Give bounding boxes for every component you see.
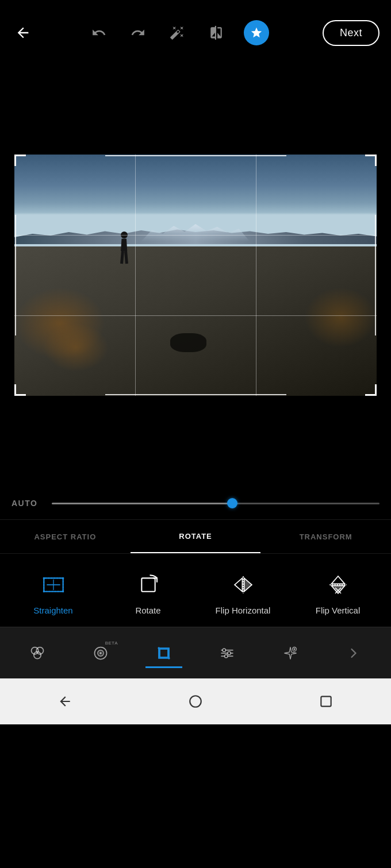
tool-straighten[interactable]: Straighten — [13, 571, 94, 615]
image-area — [0, 65, 391, 485]
svg-marker-9 — [235, 578, 242, 591]
tab-rotate[interactable]: ROTATE — [131, 520, 261, 553]
bottom-nav: BETA — [0, 627, 391, 678]
flip-vertical-icon — [324, 571, 352, 599]
crop-corner-br[interactable] — [365, 384, 377, 396]
toolbar-left — [12, 21, 34, 44]
crop-icon — [155, 644, 173, 662]
slider-fill — [52, 503, 232, 504]
nav-heal[interactable] — [272, 638, 309, 668]
tab-aspect-ratio[interactable]: ASPECT RATIO — [0, 520, 131, 553]
nav-filters[interactable] — [19, 638, 56, 668]
crop-edge-left[interactable] — [15, 215, 16, 335]
slider-label: AUTO — [12, 499, 40, 508]
magic-wand-button[interactable] — [166, 21, 189, 44]
filters-icon — [28, 644, 47, 662]
system-recents-button[interactable] — [319, 694, 334, 709]
svg-rect-23 — [160, 649, 168, 657]
svg-point-29 — [225, 654, 228, 657]
crop-edge-bottom[interactable] — [105, 394, 286, 395]
tool-flip-vertical[interactable]: Flip Vertical — [298, 571, 378, 615]
undo-button[interactable] — [87, 21, 110, 44]
compare-button[interactable] — [205, 21, 228, 44]
crop-frame — [14, 155, 377, 396]
adjustments-icon — [218, 644, 236, 662]
toolbar-center — [87, 20, 269, 45]
flip-vertical-label: Flip Vertical — [316, 605, 361, 615]
nav-more[interactable] — [335, 638, 372, 668]
person-silhouette — [120, 232, 129, 263]
nav-crop[interactable] — [145, 638, 182, 668]
nav-selective[interactable]: BETA — [82, 638, 119, 668]
selective-icon — [91, 644, 110, 662]
crop-corner-bl[interactable] — [14, 384, 26, 396]
crop-corner-tl[interactable] — [14, 155, 26, 166]
svg-rect-8 — [141, 578, 155, 591]
system-home-button[interactable] — [188, 694, 203, 709]
flip-horizontal-label: Flip Horizontal — [216, 605, 271, 615]
svg-rect-34 — [321, 696, 331, 706]
slider-area: AUTO — [0, 485, 391, 519]
next-button[interactable]: Next — [323, 20, 379, 46]
photo — [14, 155, 377, 396]
svg-point-28 — [228, 651, 231, 654]
slider-thumb[interactable] — [227, 498, 237, 508]
beta-badge: BETA — [105, 641, 118, 646]
chevron-right-icon — [344, 644, 363, 662]
toolbar-right: Next — [323, 20, 379, 46]
heal-icon — [281, 644, 300, 662]
rotate-icon — [135, 571, 162, 599]
back-button[interactable] — [12, 21, 34, 44]
system-nav — [0, 678, 391, 724]
svg-marker-12 — [331, 576, 344, 584]
svg-marker-10 — [244, 578, 251, 591]
svg-point-33 — [190, 696, 201, 707]
crop-edge-top[interactable] — [105, 155, 286, 156]
toolbar: Next — [0, 0, 391, 65]
svg-marker-13 — [331, 586, 344, 593]
crop-corner-tr[interactable] — [365, 155, 377, 166]
tool-flip-horizontal[interactable]: Flip Horizontal — [203, 571, 283, 615]
tools-row: Straighten Rotate Flip Horizontal — [0, 554, 391, 627]
nav-adjustments[interactable] — [209, 638, 246, 668]
tool-rotate[interactable]: Rotate — [108, 571, 189, 615]
straighten-icon — [40, 571, 67, 599]
tab-transform[interactable]: TRANSFORM — [260, 520, 391, 553]
redo-button[interactable] — [126, 21, 150, 44]
flip-horizontal-icon — [229, 571, 257, 599]
system-back-button[interactable] — [57, 694, 72, 709]
svg-point-27 — [223, 649, 225, 651]
photo-background — [14, 155, 377, 396]
auto-slider[interactable] — [52, 503, 379, 504]
star-button[interactable] — [244, 20, 269, 45]
straighten-label: Straighten — [33, 605, 72, 615]
rotate-label: Rotate — [135, 605, 160, 615]
svg-point-22 — [99, 652, 102, 654]
crop-edge-right[interactable] — [375, 215, 376, 335]
tabs-row: ASPECT RATIO ROTATE TRANSFORM — [0, 519, 391, 554]
